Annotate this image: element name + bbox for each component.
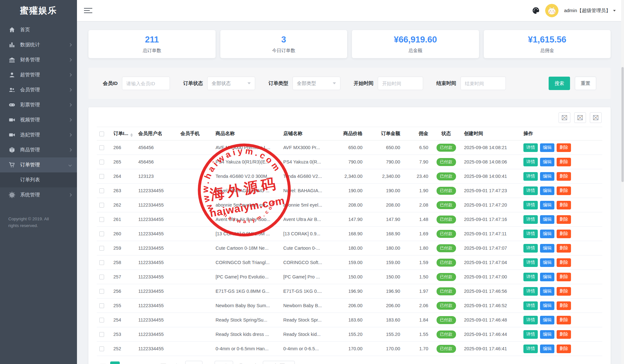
- edit-button[interactable]: 编辑: [540, 287, 554, 296]
- window-scrollbar[interactable]: [621, 0, 624, 364]
- page-button-1[interactable]: 1: [110, 361, 120, 364]
- detail-button[interactable]: 详情: [523, 301, 538, 310]
- sidebar-item-finance[interactable]: 财务管理: [0, 52, 77, 67]
- gear-icon: [9, 192, 15, 198]
- detail-button[interactable]: 详情: [523, 244, 538, 253]
- cell-commission: 1.55: [403, 327, 431, 342]
- detail-button[interactable]: 详情: [523, 201, 538, 209]
- detail-button[interactable]: 详情: [523, 287, 538, 296]
- delete-button[interactable]: 删除: [557, 301, 571, 310]
- user-icon: [9, 72, 15, 78]
- page-size-select[interactable]: 15 条/页: [263, 361, 295, 364]
- row-checkbox[interactable]: [99, 160, 104, 164]
- detail-button[interactable]: 详情: [523, 345, 538, 353]
- sidebar-item-system[interactable]: 系统管理: [0, 187, 77, 202]
- end-time-input[interactable]: [460, 77, 506, 90]
- detail-button[interactable]: 详情: [523, 186, 538, 195]
- delete-button[interactable]: 删除: [557, 287, 571, 296]
- order-type-select[interactable]: 全部类型: [293, 77, 340, 90]
- reset-button[interactable]: 重置: [575, 77, 596, 90]
- table-tool-button-2[interactable]: [574, 112, 586, 123]
- table-tool-button-1[interactable]: [559, 112, 570, 123]
- edit-button[interactable]: 编辑: [540, 273, 554, 281]
- delete-button[interactable]: 删除: [557, 172, 571, 181]
- sidebar-item-home[interactable]: 首页: [0, 22, 77, 37]
- sidebar-toggle-icon[interactable]: [84, 6, 92, 15]
- delete-button[interactable]: 删除: [557, 345, 571, 353]
- edit-button[interactable]: 编辑: [540, 316, 554, 324]
- col-header-id[interactable]: 订单I...: [111, 127, 136, 140]
- start-time-input[interactable]: [378, 77, 423, 90]
- select-all-checkbox[interactable]: [99, 132, 104, 136]
- sidebar-item-super-admin[interactable]: 超管管理: [0, 67, 77, 82]
- member-id-input[interactable]: [122, 77, 170, 90]
- row-checkbox[interactable]: [99, 346, 104, 351]
- row-checkbox[interactable]: [99, 188, 104, 193]
- sidebar-item-order-list[interactable]: 订单列表: [0, 172, 77, 187]
- order-status-select[interactable]: 全部状态: [207, 77, 255, 90]
- row-checkbox[interactable]: [99, 275, 104, 279]
- sidebar-item-products[interactable]: 商品管理: [0, 142, 77, 157]
- detail-button[interactable]: 详情: [523, 273, 538, 281]
- row-checkbox[interactable]: [99, 332, 104, 337]
- user-menu[interactable]: admin【超级管理员】: [564, 8, 616, 14]
- detail-button[interactable]: 详情: [523, 230, 538, 238]
- cell-product: abonnie 5ml eyelash ext...: [213, 198, 281, 212]
- sidebar-item-video[interactable]: 视频管理: [0, 112, 77, 127]
- detail-button[interactable]: 详情: [523, 330, 538, 339]
- edit-button[interactable]: 编辑: [540, 158, 554, 166]
- row-checkbox[interactable]: [99, 145, 104, 150]
- detail-button[interactable]: 详情: [523, 143, 538, 152]
- user-avatar[interactable]: [545, 4, 559, 17]
- edit-button[interactable]: 编辑: [540, 172, 554, 181]
- goto-confirm-button[interactable]: 确定: [215, 361, 233, 364]
- row-checkbox[interactable]: [99, 203, 104, 208]
- scrollbar-thumb[interactable]: [621, 67, 624, 182]
- search-button[interactable]: 搜索: [549, 77, 570, 90]
- sidebar-item-members[interactable]: 会员管理: [0, 82, 77, 97]
- detail-button[interactable]: 详情: [523, 215, 538, 224]
- row-checkbox[interactable]: [99, 174, 104, 179]
- goto-page-input[interactable]: [185, 361, 202, 364]
- detail-button[interactable]: 详情: [523, 316, 538, 324]
- delete-button[interactable]: 删除: [557, 201, 571, 209]
- row-checkbox[interactable]: [99, 217, 104, 222]
- row-checkbox[interactable]: [99, 303, 104, 308]
- edit-button[interactable]: 编辑: [540, 143, 554, 152]
- delete-button[interactable]: 删除: [557, 158, 571, 166]
- delete-button[interactable]: 删除: [557, 244, 571, 253]
- edit-button[interactable]: 编辑: [540, 215, 554, 224]
- edit-button[interactable]: 编辑: [540, 330, 554, 339]
- cell-price: 147.90: [329, 212, 365, 227]
- detail-button[interactable]: 详情: [523, 158, 538, 166]
- sidebar-item-data-stats[interactable]: 数据统计: [0, 37, 77, 52]
- edit-button[interactable]: 编辑: [540, 244, 554, 253]
- edit-button[interactable]: 编辑: [540, 186, 554, 195]
- row-checkbox[interactable]: [99, 260, 104, 265]
- sidebar-item-concubine[interactable]: 选妃管理: [0, 127, 77, 142]
- delete-button[interactable]: 删除: [557, 215, 571, 224]
- theme-palette-icon[interactable]: [532, 7, 540, 14]
- detail-button[interactable]: 详情: [523, 172, 538, 181]
- delete-button[interactable]: 删除: [557, 330, 571, 339]
- table-tool-button-3[interactable]: [590, 112, 602, 123]
- delete-button[interactable]: 删除: [557, 186, 571, 195]
- row-checkbox[interactable]: [99, 231, 104, 236]
- detail-button[interactable]: 详情: [523, 258, 538, 267]
- edit-button[interactable]: 编辑: [540, 258, 554, 267]
- delete-button[interactable]: 删除: [557, 316, 571, 324]
- row-checkbox[interactable]: [99, 318, 104, 322]
- sidebar-item-lottery[interactable]: 彩票管理: [0, 97, 77, 112]
- edit-button[interactable]: 编辑: [540, 301, 554, 310]
- delete-button[interactable]: 删除: [557, 230, 571, 238]
- sidebar-item-orders[interactable]: 订单管理: [0, 157, 77, 172]
- delete-button[interactable]: 删除: [557, 273, 571, 281]
- delete-button[interactable]: 删除: [557, 143, 571, 152]
- row-checkbox[interactable]: [99, 246, 104, 251]
- edit-button[interactable]: 编辑: [540, 230, 554, 238]
- sort-icon[interactable]: [130, 133, 133, 137]
- delete-button[interactable]: 删除: [557, 258, 571, 267]
- edit-button[interactable]: 编辑: [540, 201, 554, 209]
- row-checkbox[interactable]: [99, 289, 104, 294]
- edit-button[interactable]: 编辑: [540, 345, 554, 353]
